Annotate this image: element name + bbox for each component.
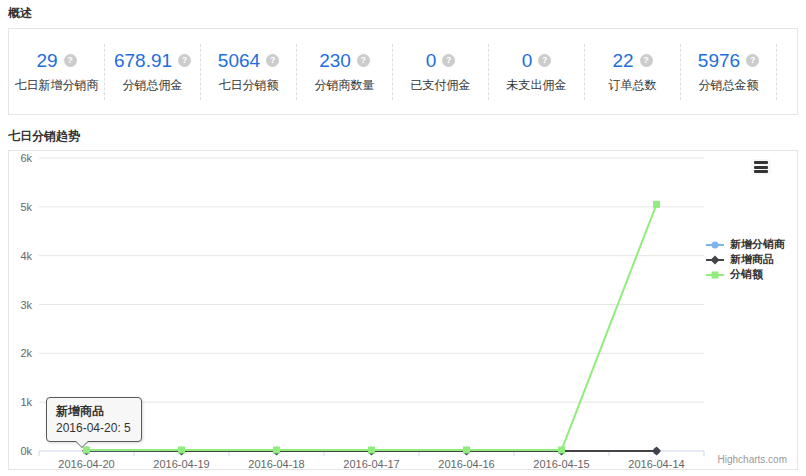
stat-value: 0 — [426, 50, 437, 72]
dashboard-page: 概述 29 ? 七日新增分销商 678.91 ? 分销总佣金 5064 ? 七日… — [0, 0, 806, 476]
chart-tooltip: 新增商品 2016-04-20: 5 — [46, 397, 142, 442]
highcharts-credits-link[interactable]: Highcharts.com — [718, 454, 787, 465]
stat-card-order-total: 22 ? 订单总数 — [585, 44, 681, 100]
svg-text:2016-04-17: 2016-04-17 — [343, 458, 399, 469]
svg-text:6k: 6k — [20, 152, 32, 164]
help-icon[interactable]: ? — [640, 54, 653, 67]
legend-item[interactable]: 分销额 — [706, 267, 785, 282]
stat-label: 分销总金额 — [681, 77, 776, 94]
chart-export-menu-icon[interactable] — [751, 159, 771, 175]
tooltip-series-name: 新增商品 — [56, 403, 132, 420]
stat-value: 230 — [319, 50, 351, 72]
legend-item[interactable]: 新增分销商 — [706, 237, 785, 252]
diamond-marker-icon — [706, 254, 726, 266]
help-icon[interactable]: ? — [746, 54, 759, 67]
help-icon[interactable]: ? — [64, 54, 77, 67]
svg-text:3k: 3k — [20, 299, 32, 311]
stat-card-new-distributors-7d: 29 ? 七日新增分销商 — [9, 44, 105, 100]
svg-text:2k: 2k — [20, 347, 32, 359]
legend-item-label: 新增商品 — [730, 252, 774, 267]
stat-label: 七日新增分销商 — [9, 77, 104, 94]
stat-label: 分销总佣金 — [105, 77, 200, 94]
help-icon[interactable]: ? — [538, 54, 551, 67]
stat-value: 678.91 — [114, 50, 172, 72]
svg-text:2016-04-18: 2016-04-18 — [248, 458, 304, 469]
stat-value: 5064 — [218, 50, 260, 72]
help-icon[interactable]: ? — [266, 54, 279, 67]
stat-value: 0 — [522, 50, 533, 72]
legend-item[interactable]: 新增商品 — [706, 252, 785, 267]
help-icon[interactable]: ? — [442, 54, 455, 67]
legend-item-label: 分销额 — [730, 267, 763, 282]
stat-label: 已支付佣金 — [393, 77, 488, 94]
stat-card-distributor-count: 230 ? 分销商数量 — [297, 44, 393, 100]
svg-text:2016-04-16: 2016-04-16 — [438, 458, 494, 469]
overview-section-title: 概述 — [8, 5, 32, 22]
svg-text:1k: 1k — [20, 396, 32, 408]
svg-text:2016-04-15: 2016-04-15 — [533, 458, 589, 469]
stat-value: 5976 — [698, 50, 740, 72]
stat-value: 29 — [36, 50, 57, 72]
circle-marker-icon — [706, 239, 726, 251]
stat-label: 七日分销额 — [201, 77, 296, 94]
svg-text:2016-04-14: 2016-04-14 — [628, 458, 684, 469]
legend-item-label: 新增分销商 — [730, 237, 785, 252]
svg-text:0k: 0k — [20, 445, 32, 457]
stats-panel: 29 ? 七日新增分销商 678.91 ? 分销总佣金 5064 ? 七日分销额… — [8, 28, 798, 115]
stat-card-total-amount: 5976 ? 分销总金额 — [681, 44, 777, 100]
svg-text:5k: 5k — [20, 201, 32, 213]
svg-text:2016-04-20: 2016-04-20 — [58, 458, 114, 469]
svg-text:2016-04-19: 2016-04-19 — [153, 458, 209, 469]
help-icon[interactable]: ? — [357, 54, 370, 67]
svg-text:4k: 4k — [20, 250, 32, 262]
stat-card-paid-commission: 0 ? 已支付佣金 — [393, 44, 489, 100]
stat-card-total-commission: 678.91 ? 分销总佣金 — [105, 44, 201, 100]
help-icon[interactable]: ? — [178, 54, 191, 67]
trend-section-title: 七日分销趋势 — [8, 128, 80, 145]
stat-card-sales-7d: 5064 ? 七日分销额 — [201, 44, 297, 100]
stat-value: 22 — [612, 50, 633, 72]
trend-chart-panel: 0k1k2k3k4k5k6k2016-04-202016-04-192016-0… — [8, 150, 798, 470]
stat-label: 分销商数量 — [297, 77, 392, 94]
chart-legend: 新增分销商新增商品分销额 — [706, 237, 785, 282]
square-marker-icon — [706, 269, 726, 281]
stat-label: 未支出佣金 — [489, 77, 584, 94]
tooltip-value: 2016-04-20: 5 — [56, 421, 132, 435]
stat-card-unpaid-commission: 0 ? 未支出佣金 — [489, 44, 585, 100]
stat-label: 订单总数 — [585, 77, 680, 94]
